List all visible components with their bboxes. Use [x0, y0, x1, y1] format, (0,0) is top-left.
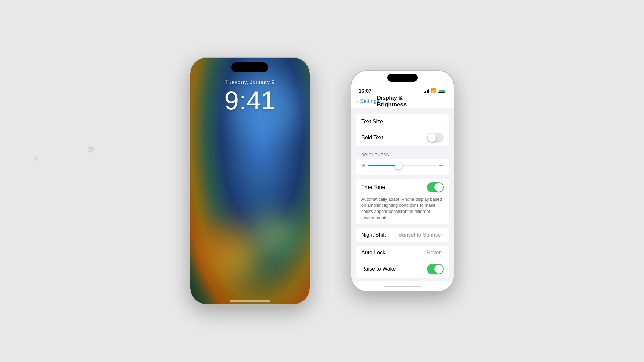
lock-screen-content: Tuesday, January 9 9:41 — [224, 72, 275, 113]
brightness-slider-fill — [368, 165, 398, 166]
true-tone-label: True Tone — [361, 184, 427, 190]
signal-bar-3 — [427, 90, 428, 93]
raise-to-wake-label: Raise to Wake — [361, 266, 427, 272]
home-indicator-right — [351, 282, 454, 291]
lock-screen-date: Tuesday, January 9 — [225, 79, 274, 86]
dynamic-island-right — [387, 74, 418, 82]
scene: ❄ ❄ Tuesday, January 9 9:41 — [0, 0, 644, 362]
night-shift-group: Night Shift Sunset to Sunrise › — [356, 228, 449, 242]
bold-text-toggle[interactable] — [427, 133, 444, 143]
night-shift-row[interactable]: Night Shift Sunset to Sunrise › — [356, 228, 449, 242]
raise-to-wake-toggle[interactable] — [427, 264, 444, 274]
lock-screen-background: Tuesday, January 9 9:41 — [190, 58, 310, 304]
signal-icon — [424, 89, 430, 93]
brightness-low-icon: ☀ — [361, 163, 366, 168]
brightness-high-icon: ☀ — [438, 162, 444, 169]
text-settings-group: Text Size › Bold Text — [356, 114, 449, 146]
wallpaper-blob-3 — [249, 214, 296, 254]
home-indicator-left — [230, 300, 270, 302]
night-shift-chevron: › — [442, 232, 444, 238]
night-shift-label: Night Shift — [361, 232, 398, 238]
snowflake-icon-1: ❄ — [87, 144, 95, 155]
right-phone: 16:07 📶 — [351, 70, 454, 292]
status-bar: 16:07 📶 — [351, 84, 454, 95]
home-bar — [384, 286, 421, 287]
true-tone-row[interactable]: True Tone — [356, 179, 449, 196]
status-time: 16:07 — [359, 88, 371, 94]
left-phone-inner: Tuesday, January 9 9:41 — [190, 58, 310, 304]
auto-lock-label: Auto-Lock — [361, 250, 427, 256]
dynamic-island-left — [231, 62, 268, 72]
bold-text-label: Bold Text — [361, 135, 427, 141]
status-icons: 📶 — [424, 88, 447, 93]
lock-screen-time: 9:41 — [224, 87, 275, 113]
back-button[interactable]: ‹ Settings — [357, 98, 379, 105]
brightness-section-label: BRIGHTNESS — [356, 150, 449, 159]
brightness-slider-row[interactable]: ☀ ☀ — [361, 162, 444, 169]
true-tone-toggle[interactable] — [427, 182, 444, 192]
raise-to-wake-row[interactable]: Raise to Wake — [356, 260, 449, 278]
text-size-label: Text Size — [361, 119, 442, 125]
text-size-row[interactable]: Text Size › — [356, 114, 449, 129]
lock-settings-group: Auto-Lock Never › Raise to Wake — [356, 246, 449, 278]
signal-bar-4 — [428, 89, 429, 93]
brightness-slider-track[interactable] — [368, 165, 436, 166]
brightness-section: ☀ ☀ — [356, 159, 449, 175]
right-phone-inner: 16:07 📶 — [351, 71, 454, 291]
true-tone-toggle-thumb — [434, 183, 443, 192]
true-tone-group: True Tone Automatically adapt iPhone dis… — [356, 179, 449, 224]
wallpaper-blob-4 — [217, 244, 257, 278]
signal-bar-1 — [424, 92, 425, 93]
brightness-slider-thumb[interactable] — [395, 162, 402, 169]
battery-icon — [438, 89, 446, 93]
true-tone-description: Automatically adapt iPhone display based… — [356, 196, 449, 224]
night-shift-value: Sunset to Sunrise — [398, 232, 441, 238]
snowflake-icon-2: ❄ — [34, 154, 39, 162]
back-label: Settings — [360, 98, 379, 104]
page-title: Display & Brightness — [377, 95, 428, 108]
wifi-icon: 📶 — [431, 88, 436, 93]
bold-text-row[interactable]: Bold Text — [356, 129, 449, 146]
back-chevron-icon: ‹ — [357, 98, 359, 105]
chevron-right-icon: › — [442, 119, 444, 124]
navigation-bar: ‹ Settings Display & Brightness — [351, 95, 454, 108]
settings-content[interactable]: Text Size › Bold Text BRIGHTNESS — [351, 108, 454, 282]
signal-bar-2 — [425, 91, 426, 93]
left-phone: Tuesday, January 9 9:41 — [190, 57, 310, 305]
raise-to-wake-toggle-thumb — [434, 265, 443, 274]
auto-lock-chevron: › — [442, 250, 444, 255]
auto-lock-value: Never — [427, 250, 441, 256]
auto-lock-row[interactable]: Auto-Lock Never › — [356, 246, 449, 260]
toggle-thumb — [428, 133, 436, 142]
